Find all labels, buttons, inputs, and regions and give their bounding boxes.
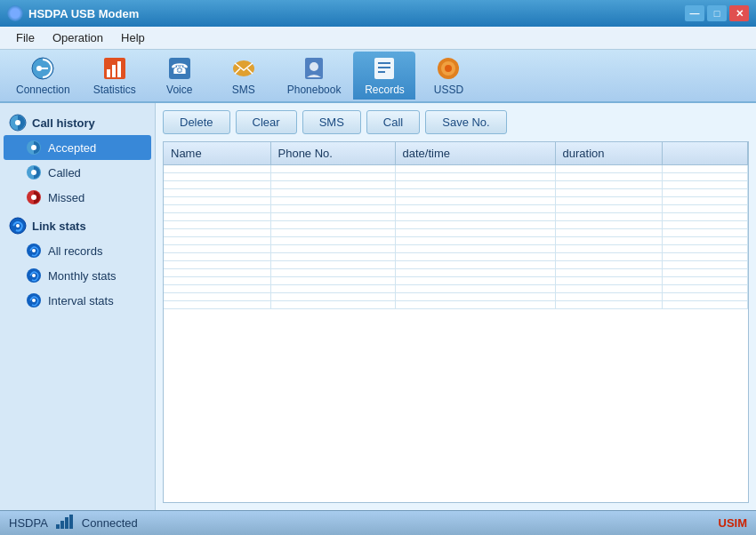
accepted-label: Accepted (48, 141, 96, 155)
table-row[interactable] (164, 173, 748, 181)
call-history-icon (9, 114, 27, 132)
sms-icon (231, 56, 256, 81)
sidebar-item-missed[interactable]: Missed (4, 185, 151, 210)
tab-sms-label: SMS (232, 84, 255, 96)
all-records-label: All records (48, 244, 102, 258)
svg-point-21 (15, 120, 20, 125)
table-row[interactable] (164, 253, 748, 261)
app-icon (7, 5, 23, 21)
menu-file[interactable]: File (7, 29, 44, 46)
svg-point-27 (31, 195, 36, 200)
svg-point-8 (233, 60, 254, 76)
tab-ussd-label: USSD (434, 84, 463, 96)
sidebar-item-accepted[interactable]: Accepted (4, 135, 151, 160)
svg-point-19 (445, 65, 452, 72)
content-panel: Delete Clear SMS Call Save No. Name Phon… (156, 103, 756, 510)
svg-rect-3 (107, 69, 110, 77)
interval-stats-label: Interval stats (48, 294, 114, 307)
table-row[interactable] (164, 213, 748, 221)
interval-stats-icon (25, 291, 43, 309)
tab-voice[interactable]: ☎ Voice (149, 52, 211, 100)
action-bar: Delete Clear SMS Call Save No. (163, 110, 749, 134)
tab-sms[interactable]: SMS (213, 52, 275, 100)
statusbar: HSDPA Connected USIM (0, 510, 756, 535)
table-row[interactable] (164, 165, 748, 173)
records-table[interactable]: Name Phone No. date/time duration (163, 141, 749, 503)
all-records-icon (25, 242, 43, 260)
table-row[interactable] (164, 269, 748, 277)
call-button[interactable]: Call (366, 110, 420, 134)
svg-text:☎: ☎ (171, 61, 189, 76)
table-row[interactable] (164, 261, 748, 269)
clear-button[interactable]: Clear (236, 110, 297, 134)
table-row[interactable] (164, 205, 748, 213)
status-right: USIM (719, 516, 748, 530)
table-row[interactable] (164, 285, 748, 293)
svg-point-23 (31, 145, 36, 150)
col-extra (662, 142, 748, 165)
records-icon (372, 56, 397, 81)
tab-connection[interactable]: Connection (5, 52, 81, 100)
connection-status: Connected (82, 516, 138, 530)
monthly-stats-icon (25, 267, 43, 284)
tab-voice-label: Voice (166, 84, 192, 96)
close-button[interactable]: ✕ (729, 5, 749, 21)
sidebar: Call history Accepted (0, 103, 156, 510)
sidebar-item-monthly-stats[interactable]: Monthly stats (4, 263, 151, 288)
svg-point-31 (32, 249, 36, 252)
tab-ussd[interactable]: USSD (417, 52, 479, 100)
menu-help[interactable]: Help (112, 29, 154, 46)
table-row[interactable] (164, 221, 748, 229)
called-label: Called (48, 166, 81, 180)
svg-rect-38 (65, 517, 68, 529)
records-data-table: Name Phone No. date/time duration (164, 142, 748, 309)
menubar: File Operation Help (0, 27, 756, 50)
table-row[interactable] (164, 197, 748, 205)
delete-button[interactable]: Delete (163, 110, 230, 134)
maximize-button[interactable]: □ (707, 5, 727, 21)
voice-icon: ☎ (167, 56, 192, 81)
col-duration: duration (555, 142, 662, 165)
called-icon (25, 164, 43, 181)
table-row[interactable] (164, 181, 748, 189)
tab-phonebook[interactable]: Phonebook (277, 52, 352, 100)
main-area: Call history Accepted (0, 103, 756, 510)
menu-operation[interactable]: Operation (44, 29, 112, 46)
sms-button[interactable]: SMS (302, 110, 361, 134)
svg-rect-39 (69, 515, 73, 529)
call-history-header[interactable]: Call history (4, 110, 151, 135)
tab-statistics[interactable]: Statistics (83, 52, 147, 100)
svg-point-33 (32, 274, 36, 277)
table-row[interactable] (164, 189, 748, 197)
svg-point-25 (31, 170, 36, 175)
signal-icon (55, 514, 75, 532)
svg-point-35 (32, 299, 36, 302)
link-stats-label: Link stats (32, 220, 86, 233)
save-no-button[interactable]: Save No. (425, 110, 506, 134)
sidebar-item-called[interactable]: Called (4, 160, 151, 185)
link-stats-icon (9, 217, 27, 235)
statistics-icon (102, 56, 127, 81)
table-row[interactable] (164, 301, 748, 309)
table-row[interactable] (164, 229, 748, 237)
minimize-button[interactable]: — (685, 5, 704, 21)
table-header-row: Name Phone No. date/time duration (164, 142, 748, 165)
sidebar-item-interval-stats[interactable]: Interval stats (4, 288, 151, 313)
tab-records-label: Records (365, 84, 405, 96)
tab-records[interactable]: Records (353, 52, 415, 100)
table-row[interactable] (164, 245, 748, 253)
call-history-group: Call history Accepted (4, 110, 151, 210)
svg-rect-4 (112, 65, 116, 77)
table-row[interactable] (164, 237, 748, 245)
toolbar: Connection Statistics ☎ Voice (0, 50, 756, 103)
usim-label: USIM (719, 516, 748, 530)
sidebar-item-all-records[interactable]: All records (4, 238, 151, 263)
col-datetime: date/time (395, 142, 555, 165)
table-row[interactable] (164, 277, 748, 285)
svg-rect-36 (56, 524, 60, 529)
svg-rect-37 (60, 521, 64, 529)
call-history-label: Call history (32, 116, 95, 130)
table-row[interactable] (164, 293, 748, 301)
col-phone: Phone No. (270, 142, 395, 165)
link-stats-header[interactable]: Link stats (4, 213, 151, 238)
